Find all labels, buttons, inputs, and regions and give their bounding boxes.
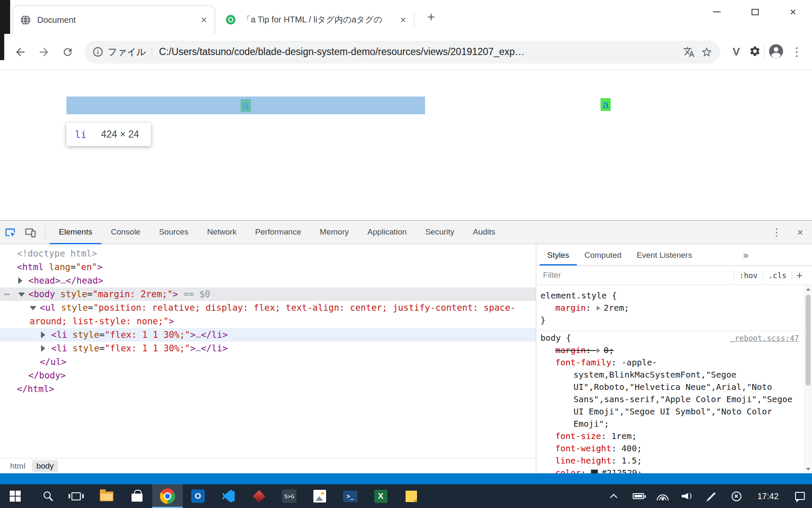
dom-row-li-2[interactable]: <li style="flex: 1 1 30%;">…</li> (0, 342, 536, 355)
devtools-close-button[interactable]: × (788, 221, 812, 244)
maximize-button[interactable] (736, 0, 774, 24)
color-swatch[interactable] (591, 469, 598, 473)
dom-row-li-1[interactable]: <li style="flex: 1 1 30%;">…</li> (0, 328, 536, 342)
dom-row-head[interactable]: <head>…</head> (0, 274, 536, 287)
anchor-link-left[interactable]: a (241, 99, 251, 112)
dom-row-html-close[interactable]: </html> (0, 382, 536, 396)
css-declaration-margin[interactable]: margin: 0; (536, 344, 801, 356)
browser-tab-article[interactable]: 「a Tip for HTML / liタグ内のaタグの × (218, 6, 414, 34)
vscode-taskbar-button[interactable] (213, 484, 244, 508)
new-style-rule-button[interactable]: + (792, 269, 809, 282)
dom-row-body-open[interactable]: ⋯<body style="margin: 2rem;"> == $0 (0, 287, 536, 301)
dom-row-html-open[interactable]: <html lang="en"> (0, 260, 536, 274)
devtools-tab-console[interactable]: Console (102, 221, 150, 244)
devtools-menu-button[interactable]: ⋮ (765, 221, 788, 244)
shorthand-expander-icon[interactable] (597, 306, 600, 311)
toggle-pseudo-state-button[interactable]: :hov (734, 271, 763, 280)
anchor-link-right[interactable]: a (601, 98, 611, 111)
breadcrumb-item-html[interactable]: html (6, 460, 30, 472)
sg-app-button[interactable]: S>G (274, 484, 304, 508)
toggle-element-classes-button[interactable]: .cls (763, 271, 791, 280)
css-declaration-font-weight[interactable]: font-weight: 400; (536, 442, 801, 455)
file-explorer-button[interactable] (91, 484, 122, 508)
volume-status[interactable] (675, 492, 700, 500)
styles-scrollbar[interactable] (804, 285, 812, 473)
devtools-tab-security[interactable]: Security (416, 221, 464, 244)
action-center-button[interactable] (787, 493, 812, 500)
styles-tab-event-listeners[interactable]: Event Listeners (629, 245, 700, 265)
css-declaration-line-height[interactable]: line-height: 1.5; (536, 455, 801, 467)
browser-tab-document[interactable]: Document × (13, 6, 215, 34)
taskbar-clock[interactable]: 17:42 (749, 491, 787, 501)
devtools-tab-performance[interactable]: Performance (246, 221, 310, 244)
dom-row-ul-open-wrap[interactable]: around; list-style: none;"> (0, 315, 536, 328)
devtools-tab-network[interactable]: Network (198, 221, 246, 244)
circle-x-icon (732, 491, 741, 501)
tab-close-icon[interactable]: × (200, 14, 208, 26)
dom-row-ul-close[interactable]: </ul> (0, 355, 536, 369)
sticky-notes-button[interactable] (396, 484, 426, 508)
forward-button[interactable] (32, 40, 56, 64)
network-status[interactable] (650, 492, 675, 500)
bookmark-button[interactable] (701, 46, 713, 58)
devtools-tab-audits[interactable]: Audits (464, 221, 505, 244)
devtools-tab-memory[interactable]: Memory (310, 221, 358, 244)
start-button[interactable] (0, 484, 30, 508)
window-close-button[interactable]: × (774, 0, 812, 24)
scrollbar-thumb[interactable] (806, 295, 811, 386)
tray-expand-button[interactable] (601, 493, 626, 500)
page-info-icon[interactable] (92, 46, 104, 58)
excel-button[interactable]: X (365, 484, 396, 508)
stylesheet-link[interactable]: _reboot.scss:47 (730, 332, 799, 344)
reload-button[interactable] (56, 40, 80, 64)
extension-v-button[interactable]: V (727, 45, 746, 58)
outlook-taskbar-button[interactable]: O (183, 484, 213, 508)
chrome-taskbar-button[interactable] (152, 484, 183, 508)
node-more-icon[interactable]: ⋯ (4, 287, 10, 301)
inspect-element-button[interactable] (0, 221, 20, 244)
address-bar[interactable]: ファイル C:/Users/tatsuno/code/blade-design-… (85, 41, 720, 64)
windows-ink-button[interactable] (700, 495, 724, 497)
css-declaration-font-family[interactable]: font-family: -apple-system,BlinkMacSyste… (536, 356, 801, 430)
powershell-button[interactable]: >_ (335, 484, 365, 508)
expand-arrow-icon[interactable] (41, 331, 45, 338)
css-declaration-margin[interactable]: margin: 2rem; (536, 302, 801, 314)
photos-app-button[interactable] (304, 484, 335, 508)
microsoft-store-button[interactable] (122, 484, 152, 508)
translate-button[interactable] (683, 46, 695, 58)
styles-filter-input[interactable]: Filter (543, 271, 734, 280)
device-toolbar-button[interactable] (20, 221, 41, 244)
devtools-tab-application[interactable]: Application (358, 221, 416, 244)
collapse-arrow-icon[interactable] (30, 306, 36, 310)
new-tab-button[interactable]: + (427, 10, 435, 24)
taskbar-search-button[interactable] (30, 484, 61, 508)
scrollbar-down-icon[interactable] (806, 468, 810, 471)
styles-tab-computed[interactable]: Computed (577, 245, 629, 265)
scrollbar-up-icon[interactable] (806, 288, 810, 291)
dom-row-ul-open[interactable]: <ul style="position: relative; display: … (0, 301, 536, 315)
breadcrumb-item-body[interactable]: body (32, 460, 58, 472)
sync-status-button[interactable] (724, 491, 749, 501)
shorthand-expander-icon[interactable] (597, 348, 600, 353)
profile-button[interactable] (768, 43, 784, 61)
tab-close-icon[interactable]: × (399, 14, 407, 26)
devtools-tab-elements[interactable]: Elements (49, 221, 102, 244)
overflow-chevron-icon[interactable]: » (743, 249, 749, 261)
task-view-button[interactable] (61, 484, 91, 508)
css-declaration-font-size[interactable]: font-size: 1rem; (536, 430, 801, 442)
minimize-button[interactable] (698, 0, 736, 24)
dom-row-doctype[interactable]: <!doctype html> (0, 247, 536, 260)
expand-arrow-icon[interactable] (18, 277, 22, 284)
extension-gear-button[interactable] (749, 45, 761, 59)
devtools-tab-sources[interactable]: Sources (150, 221, 198, 244)
browser-menu-button[interactable]: ⋮ (787, 45, 806, 59)
styles-tab-styles[interactable]: Styles (540, 245, 577, 265)
dom-row-body-close[interactable]: </body> (0, 369, 536, 382)
url-text[interactable]: C:/Users/tatsuno/code/blade-design-syste… (159, 46, 677, 58)
collapse-arrow-icon[interactable] (18, 293, 25, 297)
back-button[interactable] (8, 40, 32, 64)
battery-status[interactable] (626, 493, 650, 499)
diamond-app-button[interactable] (244, 484, 274, 508)
css-declaration-color[interactable]: color: #212529; (536, 467, 801, 473)
expand-arrow-icon[interactable] (41, 345, 45, 352)
